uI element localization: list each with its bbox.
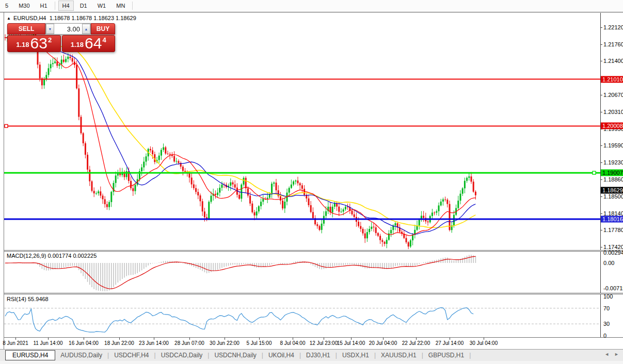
time-tick-mark [324, 338, 324, 340]
time-label: 12 Jul 23:00 [310, 340, 338, 346]
time-tick-mark [383, 338, 384, 340]
timeframe-button-h4[interactable]: H4 [58, 1, 74, 11]
time-tick-mark [154, 338, 154, 340]
time-label: 30 Jun 22:00 [210, 340, 239, 346]
chart-tab[interactable]: USDCAD,Daily [156, 351, 208, 360]
time-tick-mark [351, 338, 352, 340]
price-tick-mark [600, 27, 602, 28]
macd-axis-label: 0.002947 [603, 250, 623, 256]
timeframe-button-h1[interactable]: H1 [36, 1, 52, 11]
macd-signal-line [5, 256, 475, 289]
price-tick-label: 1.21760 [603, 41, 623, 47]
price-tick-label: 1.20670 [603, 92, 623, 98]
chart-symbol-period: EURUSD,H4 [13, 15, 46, 21]
chart-tab-active[interactable]: EURUSD,H4 [5, 350, 55, 360]
time-label: 16 Jun 04:00 [69, 340, 99, 346]
time-label: 20 Jul 04:00 [369, 340, 397, 346]
time-label: 28 Jun 07:00 [174, 340, 204, 346]
price-tick-label: 1.18860 [603, 176, 623, 183]
hline-marker[interactable] [593, 171, 596, 174]
timeframe-button-d1[interactable]: D1 [76, 1, 91, 11]
volume-spinner: ▼ ▲ [45, 23, 91, 35]
price-tick-label: 1.20310 [603, 109, 623, 115]
time-tick-mark [484, 338, 484, 340]
volume-increase-button[interactable]: ▲ [82, 24, 90, 34]
time-tick-mark [189, 338, 190, 340]
price-tick-label: 1.21400 [603, 58, 623, 64]
chart-tab[interactable]: USDCNH,Daily [209, 351, 261, 360]
price-tick-mark [600, 44, 602, 45]
chart-tab[interactable]: AUDUSD,Daily [55, 351, 107, 360]
candles-layer [5, 28, 476, 249]
price-tick-mark [600, 179, 602, 180]
price-tick-mark [600, 95, 602, 95]
time-tick-mark [225, 338, 225, 340]
timeframe-button-m30[interactable]: M30 [14, 1, 34, 11]
buy-button[interactable]: BUY [91, 23, 115, 35]
price-tick-mark [600, 162, 602, 163]
ask-superscript: 4 [102, 36, 106, 44]
time-tick-mark [416, 338, 417, 340]
chart-tab[interactable]: USDCHF,H4 [109, 351, 154, 360]
time-label: 30 Jul 04:00 [470, 340, 498, 346]
rsi-line [5, 308, 473, 333]
rsi-axis-label: 100 [603, 293, 613, 300]
chart-tab[interactable]: DJ30,H1 [301, 351, 336, 360]
toolbar-separator [55, 2, 55, 10]
time-tick-mark [293, 338, 293, 340]
price-level-label: 1.20008 [601, 123, 623, 129]
collapse-icon[interactable]: ▲ [7, 16, 11, 21]
bid-price-tile[interactable]: 1.18 63 2 [7, 35, 61, 52]
price-tick-mark [600, 196, 602, 197]
tab-scroll-right-icon[interactable]: ► [614, 352, 619, 357]
price-tick-mark [600, 247, 602, 247]
rsi-value: 55.9468 [28, 296, 49, 302]
rsi-indicator-chart[interactable] [4, 294, 600, 337]
time-axis-border [4, 337, 623, 338]
time-label: 5 Jul 15:00 [247, 340, 272, 346]
volume-decrease-button[interactable]: ▼ [46, 24, 54, 34]
price-tick-label: 1.17780 [603, 227, 623, 233]
toolbar-separator [132, 2, 133, 10]
price-tick-mark [600, 61, 602, 61]
chart-tab[interactable]: USDX,H1 [337, 351, 374, 360]
chart-tab[interactable]: GBPUSD,H1 [423, 351, 469, 360]
macd-axis-label: -0.00715 [603, 285, 623, 291]
macd-axis-label: 0.00 [603, 260, 614, 266]
macd-histogram [5, 255, 476, 291]
chart-tab[interactable]: XAUUSD,H1 [376, 351, 422, 360]
price-tick-mark [600, 112, 602, 112]
rsi-axis-label: 0 [603, 333, 606, 339]
timeframe-button-5[interactable]: 5 [1, 1, 12, 11]
price-level-label: 1.18629 [601, 187, 623, 194]
time-label: 11 Jun 14:00 [33, 340, 62, 346]
tab-scroll-buttons: ◄ ► [604, 352, 619, 357]
tab-scroll-left-icon[interactable]: ◄ [604, 352, 609, 357]
macd-title: MACD(12,26,9) 0.001774 0.002225 [7, 253, 97, 259]
time-label: 8 Jun 2021 [3, 340, 28, 346]
sell-button[interactable]: SELL [7, 23, 45, 35]
ask-price-tile[interactable]: 1.18 64 4 [62, 35, 116, 52]
price-level-label: 1.21010 [601, 76, 623, 82]
hline-marker[interactable] [5, 124, 8, 127]
volume-input[interactable] [54, 24, 82, 34]
time-tick-mark [48, 338, 49, 340]
ask-digits: 64 [85, 37, 102, 50]
time-label: 15 Jul 14:00 [337, 340, 365, 346]
price-tick-mark [600, 230, 602, 230]
time-tick-mark [450, 338, 450, 340]
price-tick-label: 1.18500 [603, 193, 623, 200]
one-click-trading-panel: SELL ▼ ▲ BUY 1.18 63 2 1.18 64 4 [7, 23, 115, 52]
time-label: 22 Jul 22:00 [402, 340, 430, 346]
window-top-border-highlight [0, 12, 623, 13]
timeframe-button-mn[interactable]: MN [112, 1, 129, 11]
ask-prefix: 1.18 [71, 41, 84, 48]
price-tick-label: 1.19230 [603, 159, 623, 166]
chart-tab[interactable]: UKOil,H4 [263, 351, 299, 360]
timeframe-button-w1[interactable]: W1 [93, 1, 110, 11]
rsi-axis-label: 70 [603, 305, 610, 311]
rsi-axis-label: 30 [603, 321, 610, 327]
chart-header: ▲EURUSD,H4 1.18678 1.18678 1.18623 1.186… [7, 15, 136, 21]
ma-mid-blue-line [5, 37, 475, 234]
window-bottom-strip [0, 361, 623, 364]
